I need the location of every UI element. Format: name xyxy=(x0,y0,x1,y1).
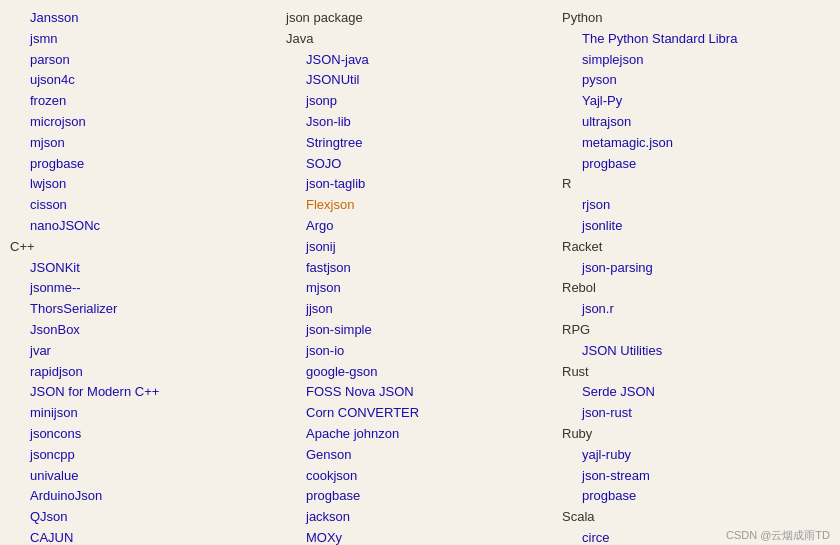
lib-item[interactable]: metamagic.json xyxy=(562,133,822,154)
lang-header-rebol: Rebol xyxy=(562,280,596,295)
lib-item[interactable]: json.r xyxy=(562,299,822,320)
lang-header-c: C++ xyxy=(10,239,35,254)
lib-item[interactable]: Corn CONVERTER xyxy=(286,403,546,424)
lib-item[interactable]: ThorsSerializer xyxy=(10,299,270,320)
lib-item[interactable]: pyson xyxy=(562,70,822,91)
lib-item[interactable]: The Python Standard Libra xyxy=(562,29,822,50)
lib-item[interactable]: Serde JSON xyxy=(562,382,822,403)
lang-header-racket: Racket xyxy=(562,239,602,254)
lib-item[interactable]: cisson xyxy=(10,195,270,216)
lang-header-rust: Rust xyxy=(562,364,589,379)
lib-item[interactable]: Genson xyxy=(286,445,546,466)
lib-item[interactable]: ultrajson xyxy=(562,112,822,133)
lib-item[interactable]: progbase xyxy=(562,486,822,507)
lib-item[interactable]: JsonBox xyxy=(10,320,270,341)
lib-item[interactable]: jsonme-- xyxy=(10,278,270,299)
lib-item[interactable]: JSON Utilities xyxy=(562,341,822,362)
lib-item[interactable]: json-io xyxy=(286,341,546,362)
lib-item[interactable]: lwjson xyxy=(10,174,270,195)
lib-item[interactable]: json-parsing xyxy=(562,258,822,279)
lib-item[interactable]: google-gson xyxy=(286,362,546,383)
lib-item[interactable]: SOJO xyxy=(286,154,546,175)
lib-item[interactable]: jsonp xyxy=(286,91,546,112)
lang-header-r: R xyxy=(562,176,571,191)
lib-item[interactable]: minijson xyxy=(10,403,270,424)
lib-item[interactable]: Apache johnzon xyxy=(286,424,546,445)
lib-item[interactable]: microjson xyxy=(10,112,270,133)
lib-item[interactable]: jvar xyxy=(10,341,270,362)
lang-header-python: Python xyxy=(562,10,602,25)
lib-item[interactable]: Argo xyxy=(286,216,546,237)
lib-item[interactable]: QJson xyxy=(10,507,270,528)
lang-header-java: Java xyxy=(286,31,313,46)
lib-item[interactable]: ArduinoJson xyxy=(10,486,270,507)
lib-item[interactable]: nanoJSONc xyxy=(10,216,270,237)
lib-item[interactable]: parson xyxy=(10,50,270,71)
watermark: CSDN @云烟成雨TD xyxy=(726,528,830,543)
lib-item[interactable]: mjson xyxy=(286,278,546,299)
lib-item[interactable]: JSON-java xyxy=(286,50,546,71)
lib-item[interactable]: yajl-ruby xyxy=(562,445,822,466)
column-2: json packageJavaJSON-javaJSONUtiljsonpJs… xyxy=(278,8,554,545)
lib-item[interactable]: json-simple xyxy=(286,320,546,341)
lib-item[interactable]: jackson xyxy=(286,507,546,528)
lang-header-ruby: Ruby xyxy=(562,426,592,441)
lang-header-rpg: RPG xyxy=(562,322,590,337)
lib-item[interactable]: jsoncpp xyxy=(10,445,270,466)
lib-item[interactable]: CAJUN xyxy=(10,528,270,545)
lib-item[interactable]: progbase xyxy=(562,154,822,175)
lib-item[interactable]: jsoncons xyxy=(10,424,270,445)
lib-item[interactable]: JSONKit xyxy=(10,258,270,279)
lib-item[interactable]: Flexjson xyxy=(286,195,546,216)
lib-item[interactable]: FOSS Nova JSON xyxy=(286,382,546,403)
lib-item[interactable]: jsonlite xyxy=(562,216,822,237)
lib-item[interactable]: jsmn xyxy=(10,29,270,50)
lib-item[interactable]: univalue xyxy=(10,466,270,487)
lib-item[interactable]: Stringtree xyxy=(286,133,546,154)
lib-item[interactable]: mjson xyxy=(10,133,270,154)
lib-item[interactable]: simplejson xyxy=(562,50,822,71)
lang-header-scala: Scala xyxy=(562,509,595,524)
column-3: PythonThe Python Standard Librasimplejso… xyxy=(554,8,830,545)
lib-item[interactable]: rjson xyxy=(562,195,822,216)
lib-item[interactable]: JSONUtil xyxy=(286,70,546,91)
lib-item[interactable]: rapidjson xyxy=(10,362,270,383)
lib-item[interactable]: jjson xyxy=(286,299,546,320)
lib-item[interactable]: MOXy xyxy=(286,528,546,545)
lib-item[interactable]: Yajl-Py xyxy=(562,91,822,112)
lib-item[interactable]: Json-lib xyxy=(286,112,546,133)
lib-item[interactable]: jsonij xyxy=(286,237,546,258)
lib-item[interactable]: fastjson xyxy=(286,258,546,279)
lib-item[interactable]: cookjson xyxy=(286,466,546,487)
column-1: Janssonjsmnparsonujson4cfrozenmicrojsonm… xyxy=(10,8,278,545)
lib-item[interactable]: json-taglib xyxy=(286,174,546,195)
lib-item[interactable]: json-rust xyxy=(562,403,822,424)
lib-item[interactable]: ujson4c xyxy=(10,70,270,91)
lib-item[interactable]: frozen xyxy=(10,91,270,112)
lib-item[interactable]: json-stream xyxy=(562,466,822,487)
lang-header-json-package: json package xyxy=(286,10,363,25)
lib-item[interactable]: JSON for Modern C++ xyxy=(10,382,270,403)
lib-item[interactable]: progbase xyxy=(10,154,270,175)
lib-item[interactable]: progbase xyxy=(286,486,546,507)
main-content: Janssonjsmnparsonujson4cfrozenmicrojsonm… xyxy=(0,0,840,545)
lib-item[interactable]: Jansson xyxy=(10,8,270,29)
